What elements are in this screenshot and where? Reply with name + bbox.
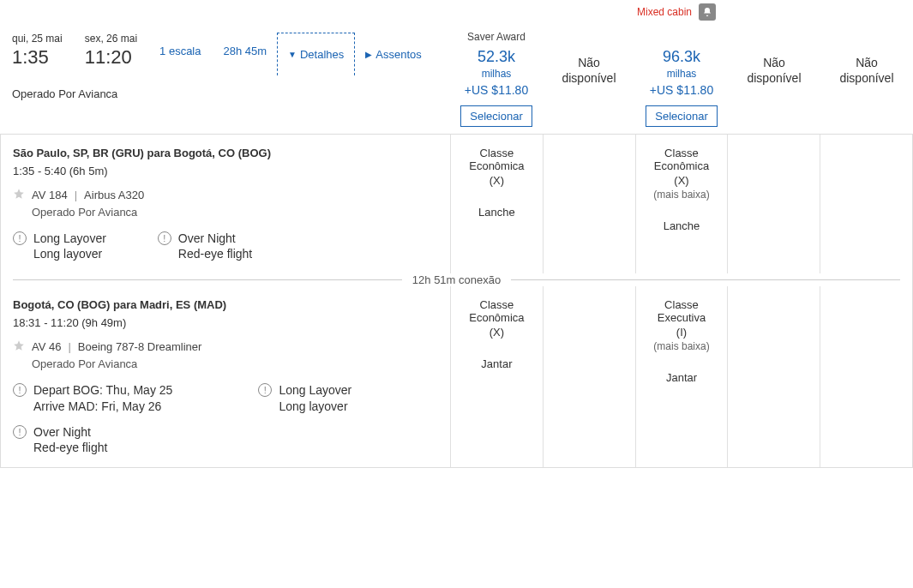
info-icon: !	[13, 425, 27, 439]
caret-down-icon: ▼	[288, 50, 297, 59]
info-icon: !	[13, 383, 27, 397]
seg-fare-cell	[728, 135, 820, 273]
fare-col-2[interactable]: . 96.3k milhas +US $11.80 Selecionar	[635, 24, 728, 134]
connection-bar: 12h 51m conexão	[1, 273, 912, 286]
seg-fare-cell: Classe Econômica (X) Lanche	[451, 135, 544, 273]
fare-col-1: Não disponível	[543, 24, 635, 134]
saver-badge: Saver Award	[467, 31, 526, 43]
warning-block: ! Over Night Red-eye flight	[13, 424, 107, 455]
segment-times: 18:31 - 11:20 (9h 49m)	[13, 316, 438, 329]
warning-block: ! Over Night Red-eye flight	[158, 231, 252, 261]
operated-by: Operado Por Avianca	[12, 87, 438, 100]
info-icon: !	[158, 231, 171, 245]
arrival-time: 11:20	[85, 46, 137, 69]
warning-block: ! Long Layover Long layover	[13, 231, 106, 261]
info-icon: !	[13, 231, 27, 245]
mixed-cabin-label: Mixed cabin	[637, 6, 692, 18]
seg-fare-cell: Classe Econômica (X) (mais baixa) Lanche	[636, 135, 729, 273]
departure-block: qui, 25 mai 1:35	[12, 33, 63, 69]
seg-fare-cell: Classe Econômica (X) Jantar	[451, 286, 544, 467]
aircraft: Boeing 787-8 Dreamliner	[78, 340, 202, 353]
segment-operated: Operado Por Avianca	[32, 357, 438, 370]
departure-time: 1:35	[12, 46, 63, 69]
seg-fare-cell	[820, 286, 912, 467]
info-icon: !	[258, 383, 272, 397]
seg-fare-cell: Classe Executiva (I) (mais baixa) Jantar	[636, 286, 729, 467]
segment-times: 1:35 - 5:40 (6h 5m)	[13, 165, 438, 177]
fare-miles-label: milhas	[482, 68, 512, 80]
arrival-block: sex, 26 mai 11:20	[85, 33, 137, 69]
star-icon	[13, 339, 25, 354]
connection-text: 12h 51m conexão	[402, 273, 511, 286]
aircraft: Airbus A320	[84, 189, 144, 201]
segment-operated: Operado Por Avianca	[32, 206, 438, 219]
segment-row: Bogotá, CO (BOG) para Madri, ES (MAD) 18…	[1, 286, 912, 467]
flight-number: AV 184	[32, 189, 68, 201]
not-available: Não disponível	[839, 55, 893, 86]
mixed-cabin-row: Mixed cabin	[0, 0, 913, 24]
fare-plus: +US $11.80	[465, 83, 528, 97]
seg-fare-cell	[820, 135, 912, 273]
tab-seats-label: Assentos	[375, 48, 421, 61]
warning-block: ! Long Layover Long layover	[258, 382, 351, 413]
stops-link[interactable]: 1 escala	[159, 33, 201, 57]
caret-right-icon: ▶	[365, 50, 372, 59]
tab-details[interactable]: ▼ Detalhes	[277, 33, 355, 75]
seg-fare-cell	[544, 135, 636, 273]
departure-date: qui, 25 mai	[12, 33, 63, 45]
segment-row: São Paulo, SP, BR (GRU) para Bogotá, CO …	[1, 135, 912, 273]
seg-fare-cell	[728, 286, 820, 467]
details-panel: São Paulo, SP, BR (GRU) para Bogotá, CO …	[0, 134, 913, 468]
fare-miles-label: milhas	[667, 68, 697, 80]
not-available: Não disponível	[562, 55, 616, 86]
fare-miles: 96.3k	[663, 48, 700, 66]
flight-summary-row: qui, 25 mai 1:35 sex, 26 mai 11:20 1 esc…	[0, 24, 913, 134]
flight-number: AV 46	[32, 340, 61, 353]
fare-plus: +US $11.80	[650, 83, 713, 97]
select-button[interactable]: Selecionar	[460, 105, 532, 127]
fare-miles: 52.3k	[478, 48, 515, 66]
arrival-date: sex, 26 mai	[85, 33, 137, 45]
select-button[interactable]: Selecionar	[646, 105, 717, 127]
warning-block: ! Depart BOG: Thu, May 25 Arrive MAD: Fr…	[13, 382, 172, 413]
tab-details-label: Detalhes	[300, 48, 344, 61]
bell-icon[interactable]	[699, 3, 716, 21]
seg-fare-cell	[544, 286, 636, 467]
segment-route: São Paulo, SP, BR (GRU) para Bogotá, CO …	[13, 147, 438, 159]
fare-col-3: Não disponível	[728, 24, 820, 134]
fare-col-4: Não disponível	[820, 24, 913, 134]
fare-col-0[interactable]: Saver Award 52.3k milhas +US $11.80 Sele…	[450, 24, 543, 134]
star-icon	[13, 188, 25, 202]
not-available: Não disponível	[747, 55, 801, 86]
tab-seats[interactable]: ▶ Assentos	[355, 33, 431, 75]
segment-route: Bogotá, CO (BOG) para Madri, ES (MAD)	[13, 298, 438, 311]
duration-label: 28h 45m	[223, 33, 267, 57]
